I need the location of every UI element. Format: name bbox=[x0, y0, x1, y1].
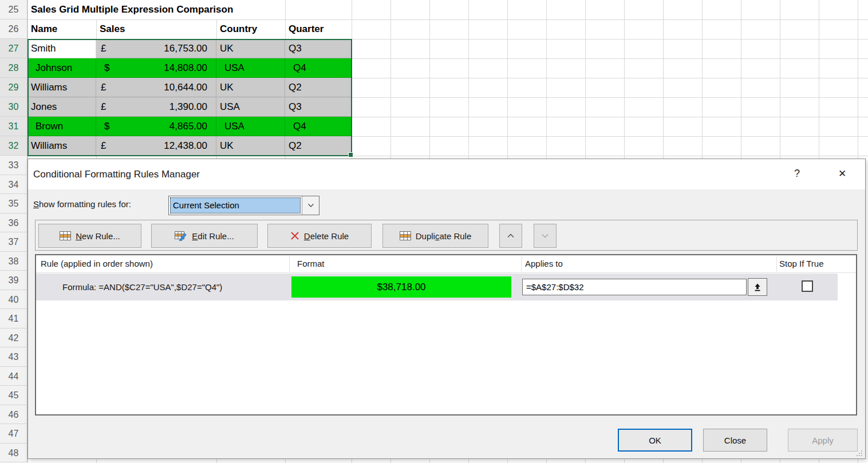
close-icon[interactable]: ✕ bbox=[832, 159, 853, 189]
sheet-row-32: Williams£12,438.00UKQ2 bbox=[27, 136, 352, 156]
move-rule-down-button[interactable] bbox=[534, 224, 557, 248]
cell-quarter-29[interactable]: Q2 bbox=[285, 78, 352, 97]
row-header-33[interactable]: 33 bbox=[0, 156, 27, 175]
cell-quarter-31[interactable]: Q4 bbox=[285, 117, 352, 136]
apply-button[interactable]: Apply bbox=[788, 429, 858, 452]
cell-name-27[interactable]: Smith bbox=[27, 39, 96, 58]
row-header-38[interactable]: 38 bbox=[0, 252, 27, 271]
close-button[interactable]: Close bbox=[703, 429, 767, 452]
row-header-28[interactable]: 28 bbox=[0, 58, 27, 78]
edit-rule-label: Edit Rule... bbox=[192, 231, 234, 241]
stop-if-true-checkbox[interactable] bbox=[802, 280, 813, 292]
row-header-37[interactable]: 37 bbox=[0, 232, 27, 252]
column-header-country[interactable]: Country bbox=[220, 19, 257, 39]
cell-sales-29[interactable]: £10,644.00 bbox=[96, 78, 216, 97]
row-header-30[interactable]: 30 bbox=[0, 97, 27, 117]
edit-rule-button[interactable]: Edit Rule... bbox=[151, 224, 258, 248]
cell-country-31[interactable]: USA bbox=[216, 117, 285, 136]
column-header-quarter[interactable]: Quarter bbox=[289, 19, 323, 39]
row-header-29[interactable]: 29 bbox=[0, 78, 27, 97]
cell-country-30[interactable]: USA bbox=[216, 97, 285, 117]
currency-symbol: £ bbox=[101, 78, 106, 97]
column-header-name[interactable]: Name bbox=[31, 19, 57, 39]
row-header-36[interactable]: 36 bbox=[0, 213, 27, 233]
chevron-down-icon bbox=[307, 203, 314, 208]
cell-sales-27[interactable]: £16,753.00 bbox=[96, 39, 216, 58]
row-header-26[interactable]: 26 bbox=[0, 19, 27, 39]
row-header-48[interactable]: 48 bbox=[0, 444, 27, 463]
combobox-dropdown-button[interactable] bbox=[302, 196, 319, 215]
row-header-27[interactable]: 27 bbox=[0, 39, 27, 58]
cell-quarter-28[interactable]: Q4 bbox=[285, 58, 352, 78]
help-icon[interactable]: ? bbox=[788, 159, 806, 189]
cell-sales-32[interactable]: £12,438.00 bbox=[96, 136, 216, 156]
sales-amount: 14,808.00 bbox=[164, 58, 207, 77]
gridline bbox=[0, 19, 868, 20]
cell-name-28[interactable]: Johnson bbox=[27, 58, 96, 78]
currency-symbol: £ bbox=[101, 39, 106, 58]
row-header-40[interactable]: 40 bbox=[0, 290, 27, 310]
table-grid-icon bbox=[400, 231, 411, 240]
rule-description: Formula: =AND($C27="USA",$D27="Q4") bbox=[62, 274, 222, 300]
collapse-range-icon bbox=[753, 283, 762, 292]
cell-country-32[interactable]: UK bbox=[216, 136, 285, 156]
column-separator bbox=[521, 256, 522, 272]
list-header-stop-if-true: Stop If True bbox=[779, 255, 824, 272]
duplicate-rule-label: Duplicate Rule bbox=[416, 231, 472, 241]
cell-quarter-27[interactable]: Q3 bbox=[285, 39, 352, 58]
cell-sales-30[interactable]: £1,390.00 bbox=[96, 97, 216, 117]
cell-country-28[interactable]: USA bbox=[216, 58, 285, 78]
scope-combobox[interactable]: Current Selection bbox=[168, 196, 319, 215]
chevron-down-icon bbox=[540, 232, 550, 239]
applies-to-input[interactable] bbox=[522, 279, 747, 295]
new-rule-button[interactable]: New Rule... bbox=[38, 224, 141, 248]
show-formatting-rules-label: Show formatting rules for: bbox=[33, 199, 131, 209]
cell-name-29[interactable]: Williams bbox=[27, 78, 96, 97]
row-header-25[interactable]: 25 bbox=[0, 0, 27, 19]
row-header-31[interactable]: 31 bbox=[0, 117, 27, 136]
sheet-title-cell[interactable]: Sales Grid Multiple Expression Compariso… bbox=[28, 0, 239, 19]
cell-name-31[interactable]: Brown bbox=[27, 117, 96, 136]
resize-grip-icon[interactable] bbox=[855, 449, 863, 459]
currency-symbol: £ bbox=[101, 97, 106, 116]
ok-button[interactable]: OK bbox=[618, 429, 692, 452]
sales-amount: 16,753.00 bbox=[164, 39, 207, 58]
chevron-up-icon bbox=[506, 232, 515, 239]
cell-name-32[interactable]: Williams bbox=[27, 136, 96, 156]
red-x-icon bbox=[290, 231, 299, 240]
row-header-39[interactable]: 39 bbox=[0, 271, 27, 290]
dialog-title: Conditional Formatting Rules Manager bbox=[33, 159, 200, 189]
duplicate-rule-button[interactable]: Duplicate Rule bbox=[382, 224, 488, 248]
cell-name-30[interactable]: Jones bbox=[27, 97, 96, 117]
cell-sales-31[interactable]: $4,865.00 bbox=[96, 117, 216, 136]
row-header-43[interactable]: 43 bbox=[0, 347, 27, 367]
column-header-sales[interactable]: Sales bbox=[100, 19, 125, 39]
cell-sales-28[interactable]: $14,808.00 bbox=[96, 58, 216, 78]
rule-row[interactable]: Formula: =AND($C27="USA",$D27="Q4") $38,… bbox=[36, 274, 838, 300]
delete-rule-label: Delete Rule bbox=[304, 231, 349, 241]
excel-window: Sales Grid Multiple Expression Compariso… bbox=[0, 0, 868, 463]
cell-quarter-30[interactable]: Q3 bbox=[285, 97, 352, 117]
cell-country-29[interactable]: UK bbox=[216, 78, 285, 97]
scope-combobox-value: Current Selection bbox=[170, 197, 301, 213]
row-header-42[interactable]: 42 bbox=[0, 329, 27, 348]
column-separator bbox=[289, 256, 290, 272]
row-header-41[interactable]: 41 bbox=[0, 309, 27, 329]
row-header-45[interactable]: 45 bbox=[0, 386, 27, 405]
row-header-47[interactable]: 47 bbox=[0, 424, 27, 444]
table-pencil-icon bbox=[175, 231, 187, 241]
rule-format-preview: $38,718.00 bbox=[291, 276, 511, 298]
gridline bbox=[0, 156, 868, 156]
cell-country-27[interactable]: UK bbox=[216, 39, 285, 58]
row-header-44[interactable]: 44 bbox=[0, 367, 27, 386]
cell-quarter-32[interactable]: Q2 bbox=[285, 136, 352, 156]
row-header-32[interactable]: 32 bbox=[0, 136, 27, 156]
delete-rule-button[interactable]: Delete Rule bbox=[267, 224, 372, 248]
move-rule-up-button[interactable] bbox=[499, 224, 522, 248]
row-header-34[interactable]: 34 bbox=[0, 175, 27, 195]
row-header-35[interactable]: 35 bbox=[0, 194, 27, 213]
collapse-dialog-button[interactable] bbox=[748, 278, 767, 296]
row-header-46[interactable]: 46 bbox=[0, 405, 27, 425]
currency-symbol: £ bbox=[101, 136, 106, 155]
sheet-row-31: Brown$4,865.00USAQ4 bbox=[27, 117, 352, 136]
